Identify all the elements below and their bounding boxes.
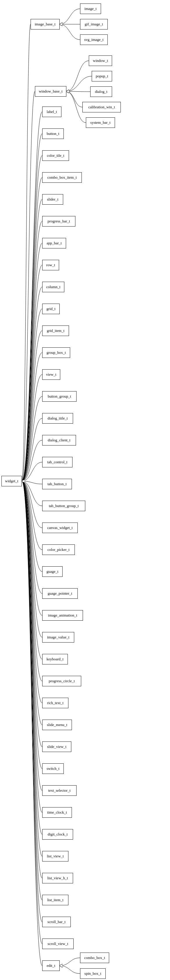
edge-image-t-to-image-base-t — [60, 9, 80, 24]
edge-popup-t-to-window-base-t — [66, 76, 92, 91]
node-digit-clock-t: digit_clock_t — [42, 829, 73, 840]
node-label: progress_circle_t — [49, 679, 75, 683]
node-color-tile-t: color_tile_t — [42, 150, 69, 161]
node-label: text_selector_t — [48, 788, 71, 793]
edge-time-clock-t-to-widget-t — [22, 481, 42, 813]
node-label: image_t — [84, 6, 97, 11]
node-slide-view-t: slide_view_t — [42, 741, 71, 752]
node-grid-item-t: grid_item_t — [42, 326, 69, 336]
node-label: group_box_t — [47, 350, 66, 355]
node-label: row_t — [46, 263, 55, 267]
node-label: combo_box_t — [84, 956, 105, 960]
node-label: svg_image_t — [84, 37, 103, 42]
node-spin-box-t: spin_box_t — [80, 968, 105, 979]
edge-guage-pointer-t-to-widget-t — [22, 481, 42, 593]
node-label: color_picker_t — [47, 547, 69, 552]
node-label: rich_text_t — [47, 701, 63, 705]
node-svg-image-t: svg_image_t — [80, 35, 108, 45]
edge-label-t-to-widget-t — [22, 112, 42, 481]
node-rich-text-t: rich_text_t — [42, 698, 68, 708]
edge-list-view-t-to-widget-t — [22, 481, 42, 856]
node-label: window_base_t — [39, 89, 63, 94]
edge-grid-item-t-to-widget-t — [22, 331, 42, 481]
node-list-view-t: list_view_t — [42, 851, 68, 861]
edge-image-base-t-to-widget-t — [22, 24, 31, 481]
node-label: list_view_h_t — [47, 876, 68, 880]
node-switch-t: switch_t — [42, 764, 64, 774]
node-label: switch_t — [47, 766, 59, 771]
node-dialog-title-t: dialog_title_t — [42, 413, 73, 423]
node-time-clock-t: time_clock_t — [42, 807, 72, 818]
node-label: time_clock_t — [47, 810, 67, 815]
node-image-animation-t: image_animation_t — [42, 610, 83, 620]
node-label: scroll_view_t — [48, 942, 68, 946]
node-label: combo_box_item_t — [47, 175, 77, 180]
edges-layer — [0, 0, 170, 980]
edge-spin-box-t-to-edit-t — [60, 966, 80, 974]
node-label: grid_item_t — [47, 328, 65, 333]
edge-dialog-title-t-to-widget-t — [22, 418, 42, 481]
edge-image-animation-t-to-widget-t — [22, 481, 42, 616]
edge-image-value-t-to-widget-t — [22, 481, 42, 637]
node-dialog-client-t: dialog_client_t — [42, 435, 76, 445]
node-label: color_tile_t — [47, 153, 65, 158]
node-tab-control-t: tab_control_t — [42, 457, 72, 468]
node-label: popup_t — [96, 74, 108, 78]
node-image-base-t: image_base_t — [31, 19, 60, 30]
edge-button-t-to-widget-t — [22, 134, 42, 481]
node-label: system_bar_t — [90, 120, 110, 125]
edge-tab-button-group-t-to-widget-t — [22, 481, 42, 506]
diagram-stage: widget_timage_base_timage_tgif_image_tsv… — [0, 0, 170, 980]
edge-color-tile-t-to-widget-t — [22, 156, 42, 481]
node-calibration-win-t: calibration_win_t — [82, 102, 121, 112]
node-label: guage_pointer_t — [48, 591, 72, 596]
edge-slide-menu-t-to-widget-t — [22, 481, 42, 725]
edge-scroll-view-t-to-widget-t — [22, 481, 42, 944]
node-label: canvas_widget_t — [47, 525, 72, 530]
node-label: dialog_title_t — [47, 416, 68, 421]
node-label: app_bar_t — [47, 241, 62, 245]
edge-group-box-t-to-widget-t — [22, 353, 42, 481]
node-label: label_t — [47, 110, 57, 114]
edge-combo-box-item-t-to-widget-t — [22, 178, 42, 481]
node-tab-button-group-t: tab_button_group_t — [42, 501, 85, 511]
node-edit-t: edit_t — [42, 961, 60, 971]
node-image-value-t: image_value_t — [42, 632, 74, 643]
node-view-t: view_t — [42, 369, 60, 380]
node-label: slide_view_t — [47, 745, 66, 749]
edge-digit-clock-t-to-widget-t — [22, 481, 42, 834]
edge-slide-view-t-to-widget-t — [22, 481, 42, 747]
node-guage-t: guage_t — [42, 566, 63, 577]
node-group-box-t: group_box_t — [42, 347, 70, 358]
node-text-selector-t: text_selector_t — [42, 785, 77, 796]
edge-svg-image-t-to-image-base-t — [60, 24, 80, 40]
edge-color-picker-t-to-widget-t — [22, 481, 42, 550]
node-list-view-h-t: list_view_h_t — [42, 873, 73, 883]
node-label: slider_t — [47, 197, 58, 202]
node-image-t: image_t — [80, 3, 101, 14]
node-keyboard-t: keyboard_t — [42, 654, 68, 664]
node-label: digit_clock_t — [48, 832, 68, 837]
node-app-bar-t: app_bar_t — [42, 238, 66, 248]
edge-progress-bar-t-to-widget-t — [22, 221, 42, 481]
node-label: keyboard_t — [47, 657, 63, 662]
edge-rich-text-t-to-widget-t — [22, 481, 42, 703]
node-label: scroll_bar_t — [47, 920, 66, 924]
edge-app-bar-t-to-widget-t — [22, 243, 42, 481]
node-gif-image-t: gif_image_t — [80, 19, 108, 30]
edge-slider-t-to-widget-t — [22, 199, 42, 481]
node-label: list_item_t — [47, 898, 63, 902]
node-label: dialog_t — [95, 89, 107, 94]
node-label: tab_button_t — [47, 482, 67, 486]
node-label: image_value_t — [47, 635, 69, 640]
node-slider-t: slider_t — [42, 194, 63, 205]
node-label: button_group_t — [48, 394, 71, 399]
node-guage-pointer-t: guage_pointer_t — [42, 588, 78, 599]
edge-dialog-t-to-window-base-t — [66, 91, 90, 92]
node-label: tab_button_group_t — [49, 504, 79, 508]
node-label: spin_box_t — [84, 971, 101, 976]
node-label: column_t — [46, 285, 60, 289]
node-window-base-t: window_base_t — [35, 86, 66, 97]
node-column-t: column_t — [42, 282, 65, 292]
node-label: dialog_client_t — [48, 438, 71, 442]
